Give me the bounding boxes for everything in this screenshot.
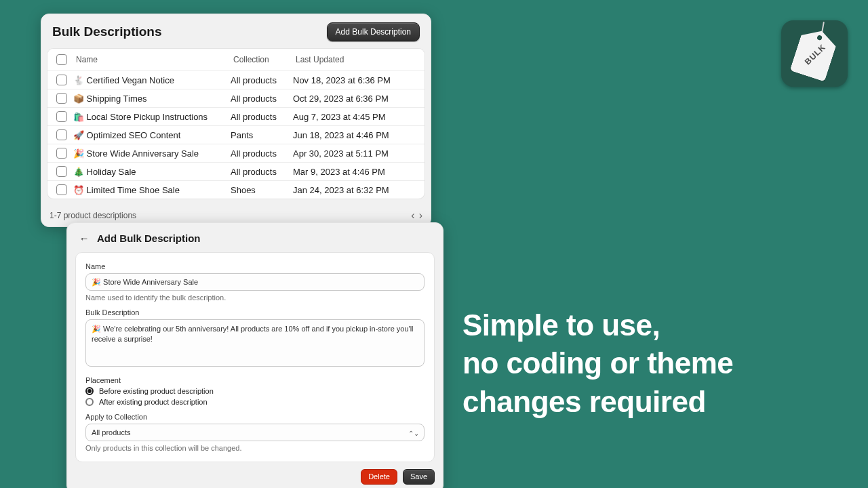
- table-row[interactable]: 🎉 Store Wide Anniversary SaleAll product…: [47, 144, 425, 163]
- row-checkbox[interactable]: [56, 148, 67, 159]
- row-collection: Shoes: [231, 185, 293, 195]
- name-hint: Name used to identify the bulk descripti…: [85, 293, 425, 302]
- add-bulk-description-button[interactable]: Add Bulk Description: [327, 22, 420, 41]
- row-name: 🚀 Optimized SEO Content: [73, 130, 231, 140]
- table-header-row: Name Collection Last Updated: [47, 49, 425, 71]
- back-arrow-icon[interactable]: ←: [78, 232, 90, 244]
- marketing-headline: Simple to use,no coding or theme changes…: [462, 306, 842, 421]
- row-name: 🎄 Holiday Sale: [73, 167, 231, 177]
- app-icon: BULK: [781, 20, 848, 87]
- row-updated: Jun 18, 2023 at 4:46 PM: [293, 130, 422, 140]
- row-updated: Apr 30, 2023 at 5:11 PM: [293, 148, 422, 159]
- row-checkbox[interactable]: [56, 166, 67, 177]
- row-name: ⏰ Limited Time Shoe Sale: [73, 185, 231, 195]
- row-collection: All products: [231, 112, 293, 122]
- bulk-description-label: Bulk Description: [85, 308, 425, 317]
- table-row[interactable]: ⏰ Limited Time Shoe SaleShoesJan 24, 202…: [47, 181, 425, 199]
- row-checkbox[interactable]: [56, 129, 67, 140]
- column-collection: Collection: [231, 54, 293, 66]
- prev-page-button[interactable]: ‹: [411, 210, 414, 221]
- descriptions-table: Name Collection Last Updated 🐇 Certified…: [47, 48, 425, 199]
- placement-label: Placement: [85, 376, 425, 384]
- row-collection: All products: [231, 75, 293, 85]
- table-row[interactable]: 📦 Shipping TimesAll productsOct 29, 2023…: [47, 89, 425, 108]
- row-collection: All products: [231, 148, 293, 159]
- bulk-descriptions-card: Bulk Descriptions Add Bulk Description N…: [41, 14, 431, 227]
- list-header: Bulk Descriptions Add Bulk Description: [41, 14, 431, 48]
- table-row[interactable]: 🛍️ Local Store Pickup InstructionsAll pr…: [47, 108, 425, 126]
- row-checkbox[interactable]: [56, 93, 67, 104]
- select-all-checkbox[interactable]: [56, 54, 67, 65]
- row-updated: Mar 9, 2023 at 4:46 PM: [293, 167, 422, 177]
- row-updated: Aug 7, 2023 at 4:45 PM: [293, 112, 422, 122]
- table-row[interactable]: 🎄 Holiday SaleAll productsMar 9, 2023 at…: [47, 163, 425, 181]
- placement-after-radio[interactable]: [85, 398, 94, 406]
- add-bulk-description-card: ← Add Bulk Description Name Name used to…: [66, 222, 443, 488]
- form-title: Add Bulk Description: [97, 232, 201, 244]
- row-checkbox[interactable]: [56, 75, 67, 85]
- row-name: 🐇 Certified Vegan Notice: [73, 75, 231, 85]
- table-row[interactable]: 🐇 Certified Vegan NoticeAll productsNov …: [47, 71, 425, 89]
- apply-collection-select[interactable]: All products: [85, 424, 425, 441]
- name-input[interactable]: [85, 273, 425, 291]
- row-name: 🛍️ Local Store Pickup Instructions: [73, 112, 231, 122]
- page-title: Bulk Descriptions: [52, 24, 162, 39]
- name-label: Name: [85, 262, 425, 270]
- save-button[interactable]: Save: [403, 469, 435, 485]
- placement-before-radio[interactable]: [85, 387, 94, 395]
- row-name: 📦 Shipping Times: [73, 94, 231, 104]
- row-collection: Pants: [231, 130, 293, 140]
- delete-button[interactable]: Delete: [361, 469, 397, 485]
- row-name: 🎉 Store Wide Anniversary Sale: [73, 148, 231, 159]
- row-collection: All products: [231, 167, 293, 177]
- price-tag-icon: BULK: [790, 25, 840, 81]
- row-checkbox[interactable]: [56, 184, 67, 195]
- pagination-summary: 1-7 product descriptions: [50, 211, 136, 220]
- apply-collection-hint: Only products in this collection will be…: [85, 444, 425, 452]
- column-updated: Last Updated: [293, 54, 422, 66]
- row-checkbox[interactable]: [56, 111, 67, 122]
- row-updated: Nov 18, 2023 at 6:36 PM: [293, 75, 422, 85]
- placement-after-label: After existing product description: [99, 398, 208, 406]
- column-name: Name: [73, 54, 231, 66]
- row-collection: All products: [231, 94, 293, 104]
- bulk-description-textarea[interactable]: 🎉 We're celebrating our 5th anniversary!…: [85, 319, 425, 367]
- table-row[interactable]: 🚀 Optimized SEO ContentPantsJun 18, 2023…: [47, 126, 425, 144]
- placement-before-label: Before existing product description: [99, 387, 214, 395]
- form-body: Name Name used to identify the bulk desc…: [75, 252, 435, 462]
- row-updated: Jan 24, 2023 at 6:32 PM: [293, 185, 422, 195]
- app-icon-text: BULK: [803, 42, 828, 66]
- pager: ‹ ›: [411, 210, 422, 221]
- apply-collection-label: Apply to Collection: [85, 413, 425, 421]
- row-updated: Oct 29, 2023 at 6:36 PM: [293, 94, 422, 104]
- next-page-button[interactable]: ›: [419, 210, 422, 221]
